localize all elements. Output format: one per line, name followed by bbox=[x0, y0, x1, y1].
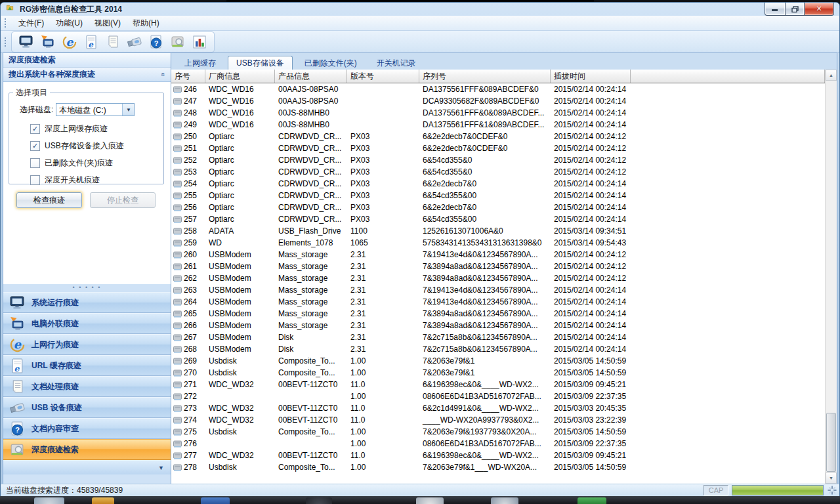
menu-item[interactable]: 视图(V) bbox=[89, 16, 127, 30]
taskbar-item[interactable] bbox=[92, 497, 114, 504]
sidebar-splitter[interactable]: • • • • • bbox=[3, 284, 171, 292]
sidebar-section-header[interactable]: 搜出系统中各种深度痕迹 « bbox=[3, 68, 171, 82]
tab[interactable]: 上网缓存 bbox=[177, 56, 224, 70]
nav-overflow-chevron-icon[interactable]: ▼ bbox=[158, 465, 164, 471]
taskbar-item[interactable] bbox=[306, 497, 332, 504]
checkbox-unchecked-icon[interactable] bbox=[30, 175, 40, 185]
check-trace-button[interactable]: 检查痕迹 bbox=[16, 192, 82, 208]
checkbox-checked-icon[interactable]: ✓ bbox=[30, 141, 40, 151]
computer-link-tool-button[interactable] bbox=[39, 33, 56, 51]
table-row[interactable]: 253OptiarcCDRWDVD_CR...PX036&54cd355&020… bbox=[171, 166, 825, 178]
column-header[interactable]: 产品信息 bbox=[275, 70, 347, 83]
table-row[interactable]: 267USBModemDisk2.317&2c715a8b&0&12345678… bbox=[171, 331, 825, 343]
table-row[interactable]: 252OptiarcCDRWDVD_CR...PX036&54cd355&020… bbox=[171, 154, 825, 166]
column-header[interactable]: 厂商信息 bbox=[205, 70, 275, 83]
usb-tool-button[interactable] bbox=[126, 33, 143, 51]
table-row[interactable]: 264USBModemMass_storage2.317&19413e4d&0&… bbox=[171, 296, 825, 308]
trace-checkbox-row[interactable]: 已删除文件(夹)痕迹 bbox=[30, 158, 159, 169]
disk-combobox[interactable]: 本地磁盘 (C:) ▼ bbox=[56, 103, 135, 116]
table-row[interactable]: 271WDC_WD3200BEVT-11ZCT011.06&196398ec&0… bbox=[171, 379, 825, 390]
table-row[interactable]: 254OptiarcCDRWDVD_CR...PX036&2e2decb7&02… bbox=[171, 178, 825, 190]
table-row[interactable]: 262USBModemMass_storage2.317&3894a8ad&0&… bbox=[171, 272, 825, 284]
table-row[interactable]: 257OptiarcCDRWDVD_CR...PX036&54cd355&002… bbox=[171, 213, 825, 225]
sidebar-item[interactable]: 电脑外联痕迹 bbox=[3, 313, 171, 334]
scroll-up-icon[interactable]: ▲ bbox=[826, 70, 837, 81]
stop-check-button[interactable]: 停止检查 bbox=[90, 192, 156, 208]
scrollbar-track[interactable] bbox=[826, 81, 837, 472]
taskbar-item[interactable] bbox=[578, 497, 606, 504]
report-chart-tool-button[interactable] bbox=[191, 33, 208, 51]
column-header[interactable]: 插拔时间 bbox=[551, 70, 631, 83]
table-row[interactable]: 249WDC_WD1600JS-88MHB0DA1375561FFF&1&089… bbox=[171, 119, 825, 131]
scrollbar-thumb[interactable] bbox=[826, 413, 836, 472]
taskbar-item[interactable] bbox=[201, 497, 230, 504]
system-trace-tool-button[interactable] bbox=[18, 33, 35, 51]
sidebar-item[interactable]: eURL 缓存痕迹 bbox=[3, 355, 171, 376]
sidebar-item[interactable]: 系统运行痕迹 bbox=[3, 292, 171, 313]
url-cache-tool-button[interactable]: e bbox=[83, 33, 100, 51]
table-row[interactable]: 260USBModemMass_storage2.317&19413e4d&0&… bbox=[171, 249, 825, 261]
checkbox-unchecked-icon[interactable] bbox=[30, 158, 40, 168]
taskbar-item[interactable] bbox=[34, 497, 64, 504]
table-row[interactable]: 258ADATAUSB_Flash_Drive11001252616130710… bbox=[171, 225, 825, 237]
table-row[interactable]: 259WDElements_10781065575834314135343131… bbox=[171, 237, 825, 249]
vertical-scrollbar[interactable]: ▲ ▼ bbox=[825, 70, 837, 484]
trace-checkbox-row[interactable]: ✓深度上网缓存痕迹 bbox=[30, 123, 159, 135]
deep-search-tool-button[interactable] bbox=[169, 33, 186, 51]
tab[interactable]: 已删除文件(夹) bbox=[297, 56, 365, 70]
table-row[interactable]: 274WDC_WD3200BEVT-11ZCT011.0____WD-WX20A… bbox=[171, 414, 825, 426]
tab[interactable]: 开关机记录 bbox=[369, 56, 424, 70]
table-row[interactable]: 273WDC_WD3200BEVT-11ZCT011.06&2c1d4991&0… bbox=[171, 402, 825, 414]
table-row[interactable]: 251OptiarcCDRWDVD_CR...PX036&2e2decb7&0C… bbox=[171, 142, 825, 154]
sidebar-item[interactable]: 文档处理痕迹 bbox=[3, 376, 171, 397]
taskbar-item[interactable] bbox=[491, 497, 518, 504]
table-row[interactable]: 248WDC_WD1600JS-88MHB0DA1375561FFF&0&089… bbox=[171, 107, 825, 119]
column-header[interactable]: 序列号 bbox=[419, 70, 551, 83]
menubar-grip-icon[interactable] bbox=[5, 18, 9, 28]
column-header[interactable]: 序号 bbox=[171, 70, 205, 83]
combobox-dropdown-icon[interactable]: ▼ bbox=[122, 104, 134, 116]
restore-button[interactable] bbox=[786, 3, 805, 16]
table-row[interactable]: 263USBModemMass_storage2.317&19413e4d&0&… bbox=[171, 284, 825, 296]
table-cell: CDRWDVD_CR... bbox=[275, 191, 347, 200]
sidebar-item[interactable]: USB 设备痕迹 bbox=[3, 397, 171, 418]
trace-checkbox-row[interactable]: ✓USB存储设备接入痕迹 bbox=[30, 140, 159, 152]
toolbar-grip-icon[interactable] bbox=[5, 37, 9, 47]
taskbar[interactable] bbox=[0, 496, 840, 504]
ie-browser-tool-button[interactable]: e bbox=[61, 33, 78, 51]
table-row[interactable]: 250OptiarcCDRWDVD_CR...PX036&2e2decb7&0C… bbox=[171, 131, 825, 142]
table-row[interactable]: 269UsbdiskComposite_To...1.007&2063e79f&… bbox=[171, 355, 825, 367]
table-row[interactable]: 278UsbdiskComposite_To...1.007&2063e79f&… bbox=[171, 461, 825, 473]
question-tool-button[interactable]: ? bbox=[148, 33, 165, 51]
document-tool-button[interactable] bbox=[104, 33, 121, 51]
minimize-button[interactable] bbox=[765, 3, 786, 16]
table-row[interactable]: 275UsbdiskComposite_To...1.007&2063e79f&… bbox=[171, 426, 825, 438]
taskbar-item[interactable] bbox=[416, 497, 444, 504]
sidebar-item[interactable]: ?文档内容审查 bbox=[3, 418, 171, 439]
table-row[interactable]: 246WDC_WD1600AAJS-08PSA0DA1375561FFF&089… bbox=[171, 83, 825, 95]
table-row[interactable]: 247WDC_WD1600AAJS-08PSA0DCA93305682F&089… bbox=[171, 95, 825, 107]
column-header[interactable]: 版本号 bbox=[347, 70, 419, 83]
scroll-down-icon[interactable]: ▼ bbox=[826, 472, 837, 484]
collapse-chevron-icon[interactable]: « bbox=[160, 73, 167, 77]
menu-item[interactable]: 文件(F) bbox=[12, 16, 50, 30]
table-row[interactable]: 256OptiarcCDRWDVD_CR...PX036&2e2decb7&02… bbox=[171, 201, 825, 213]
titlebar[interactable]: RG涉密信息自检查工具 2014 bbox=[1, 3, 839, 16]
close-button[interactable]: ✕ bbox=[805, 3, 834, 16]
sidebar-item[interactable]: 深度痕迹检索 bbox=[3, 439, 171, 460]
sidebar-item[interactable]: e上网行为痕迹 bbox=[3, 334, 171, 355]
menu-item[interactable]: 功能(U) bbox=[50, 16, 89, 30]
table-row[interactable]: 2761.0008606E6D41B3AD5167072FAB...2015/0… bbox=[171, 438, 825, 450]
trace-checkbox-row[interactable]: 深度开关机痕迹 bbox=[30, 175, 159, 186]
table-row[interactable]: 266USBModemMass_storage2.317&3894a8ad&0&… bbox=[171, 320, 825, 331]
table-row[interactable]: 270UsbdiskComposite_To...1.007&2063e79f&… bbox=[171, 367, 825, 379]
table-row[interactable]: 265USBModemMass_storage2.317&3894a8ad&0&… bbox=[171, 308, 825, 320]
table-row[interactable]: 261USBModemMass_storage2.317&3894a8ad&0&… bbox=[171, 261, 825, 272]
tab[interactable]: USB存储设备 bbox=[228, 56, 293, 70]
table-row[interactable]: 268USBModemDisk2.317&2c715a8b&0&12345678… bbox=[171, 343, 825, 355]
table-row[interactable]: 255OptiarcCDRWDVD_CR...PX036&54cd355&002… bbox=[171, 190, 825, 201]
table-row[interactable]: 2721.0008606E6D41B3AD5167072FAB...2015/0… bbox=[171, 390, 825, 402]
checkbox-checked-icon[interactable]: ✓ bbox=[30, 124, 40, 134]
menu-item[interactable]: 帮助(H) bbox=[127, 16, 165, 30]
table-row[interactable]: 277WDC_WD3200BEVT-11ZCT011.06&196398ec&0… bbox=[171, 450, 825, 461]
